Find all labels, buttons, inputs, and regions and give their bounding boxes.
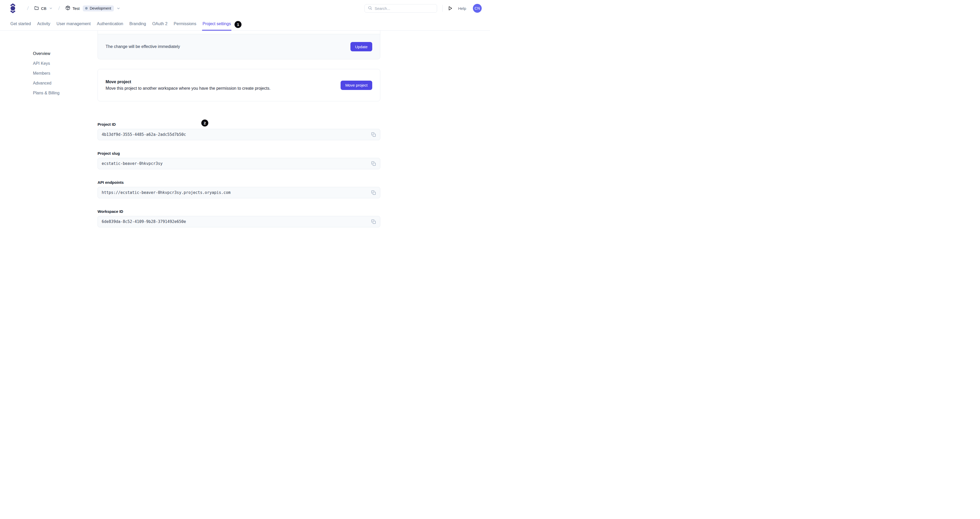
copy-icon[interactable] [371,161,376,166]
field-label: Project ID [97,122,380,127]
tab-activity[interactable]: Activity [37,17,50,30]
annotation-marker-1: 1 [234,21,242,28]
annotation-marker-2: 2 [201,119,208,127]
chevron-down-icon [49,6,52,10]
tab-branding[interactable]: Branding [129,17,146,30]
tab-permissions[interactable]: Permissions [174,17,196,30]
search-input[interactable] [375,6,434,11]
field-value-box: 6de839da-8c52-4109-9b28-3791492e650e [97,216,380,227]
tab-project-settings[interactable]: Project settings 1 [203,17,231,30]
copy-icon[interactable] [371,190,376,195]
tab-oauth2[interactable]: OAuth 2 [152,17,167,30]
tab-user-management[interactable]: User management [57,17,91,30]
workspace-breadcrumb[interactable]: CB [34,6,52,11]
update-card: The change will be effective immediately… [97,30,380,59]
page-content: Overview API Keys Members Advanced Plans… [0,30,490,227]
environment-badge: Development [83,5,114,11]
sidebar-item-advanced[interactable]: Advanced [33,81,59,86]
breadcrumb-separator: / [27,5,29,11]
field-value-box: 4b13df9d-3555-4485-a62a-2adc55d7b50c [97,129,380,140]
folder-icon [34,6,39,11]
sidebar-item-api-keys[interactable]: API Keys [33,61,59,66]
project-name: Test [72,6,80,11]
search-icon [368,6,372,11]
move-project-card: Move project Move this project to anothe… [97,69,380,102]
field-label: Workspace ID [97,209,380,214]
sidebar-item-members[interactable]: Members [33,71,59,76]
copy-icon[interactable] [371,132,376,137]
ory-logo-icon[interactable] [10,3,16,13]
field-api-endpoints: API endpoints https://ecstatic-beaver-0h… [97,180,380,198]
settings-main: The change will be effective immediately… [97,30,380,227]
breadcrumb-separator: / [58,5,60,11]
update-note: The change will be effective immediately [106,44,180,49]
update-card-footer: The change will be effective immediately… [98,34,380,59]
update-card-body [98,30,380,34]
field-value-box: https://ecstatic-beaver-0hkvpcr3sy.proje… [97,187,380,198]
breadcrumb: / CB / Test Development [10,3,120,13]
move-project-button[interactable]: Move project [340,81,372,90]
tab-get-started[interactable]: Get started [10,17,31,30]
help-link[interactable]: Help [458,6,466,11]
copy-icon[interactable] [371,219,376,224]
environment-label: Development [90,6,111,10]
environment-dot-icon [85,7,88,10]
field-workspace-id: Workspace ID 6de839da-8c52-4109-9b28-379… [97,209,380,227]
field-project-slug: Project slug ecstatic-beaver-0hkvpcr3sy [97,151,380,169]
tab-project-settings-label: Project settings [203,22,231,26]
field-value: https://ecstatic-beaver-0hkvpcr3sy.proje… [102,190,371,195]
project-breadcrumb[interactable]: Test Development [65,5,120,11]
package-icon [65,5,70,11]
project-identifiers: 2 Project ID 4b13df9d-3555-4485-a62a-2ad… [97,122,380,227]
field-value: ecstatic-beaver-0hkvpcr3sy [102,161,371,166]
move-project-text: Move project Move this project to anothe… [106,79,270,91]
move-project-title: Move project [106,79,270,84]
play-icon[interactable] [448,6,452,11]
field-value-box: ecstatic-beaver-0hkvpcr3sy [97,158,380,169]
field-label: API endpoints [97,180,380,184]
sidebar-item-plans-billing[interactable]: Plans & Billing [33,90,59,96]
tab-authentication[interactable]: Authentication [97,17,123,30]
search-box[interactable] [364,4,437,13]
settings-sidebar: Overview API Keys Members Advanced Plans… [33,51,59,100]
update-button[interactable]: Update [350,42,372,51]
avatar[interactable]: CN [473,4,482,13]
field-value: 4b13df9d-3555-4485-a62a-2adc55d7b50c [102,132,371,137]
move-project-description: Move this project to another workspace w… [106,86,270,91]
project-tabbar: Get started Activity User management Aut… [0,16,490,30]
field-project-id: Project ID 4b13df9d-3555-4485-a62a-2adc5… [97,122,380,140]
field-value: 6de839da-8c52-4109-9b28-3791492e650e [102,219,371,224]
workspace-name: CB [41,6,46,11]
chevron-down-icon [116,6,120,10]
field-label: Project slug [97,151,380,156]
top-header: / CB / Test Development [0,0,490,16]
sidebar-item-overview[interactable]: Overview [33,51,59,56]
header-actions: Help CN [364,4,482,13]
